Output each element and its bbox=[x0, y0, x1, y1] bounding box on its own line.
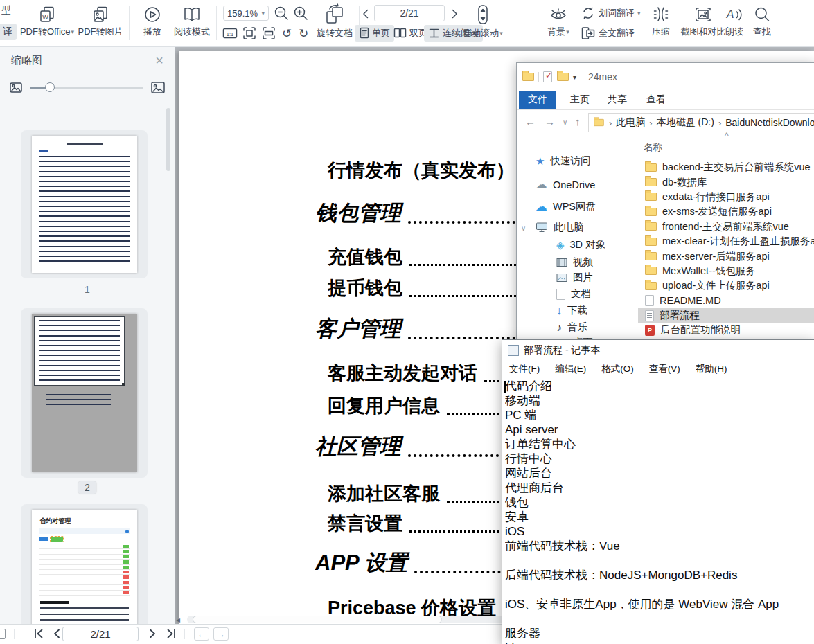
folder-icon bbox=[645, 178, 657, 186]
fit-width-button[interactable] bbox=[260, 25, 277, 42]
menu-edit[interactable]: 编辑(E) bbox=[555, 363, 586, 375]
explorer-titlebar[interactable]: ✓ ▾ 24mex bbox=[517, 63, 814, 91]
sidebar-item-videos[interactable]: 视频 bbox=[556, 256, 593, 269]
file-row[interactable]: upload-文件上传服务api bbox=[638, 278, 814, 293]
menu-format[interactable]: 格式(O) bbox=[601, 363, 634, 375]
rotate-document-button[interactable]: 旋转文档 bbox=[313, 3, 356, 39]
zoom-in-button[interactable] bbox=[292, 5, 309, 21]
thumbnail-size-slider[interactable] bbox=[30, 87, 143, 89]
up-icon[interactable]: ↑ bbox=[575, 116, 581, 127]
compress-button[interactable]: 压缩 bbox=[647, 4, 675, 38]
qat-dropdown-icon[interactable]: ▾ bbox=[573, 73, 576, 81]
zoom-level-select[interactable]: 159.1%▾ bbox=[223, 6, 269, 21]
continuous-read-icon bbox=[428, 28, 440, 39]
history-forward-button[interactable]: → bbox=[213, 627, 229, 641]
tab-file[interactable]: 文件 bbox=[519, 91, 556, 109]
read-mode-button[interactable]: 阅读模式 bbox=[170, 4, 213, 38]
text-caret bbox=[504, 381, 506, 393]
background-button[interactable]: 背景▾ bbox=[540, 4, 576, 38]
clipped-tool-label-selected[interactable]: 译 bbox=[0, 24, 17, 40]
pdf-to-image-button[interactable]: PDF转图片 bbox=[76, 4, 125, 38]
forward-icon[interactable]: → bbox=[545, 116, 555, 127]
page-number-input[interactable]: 2/21 bbox=[374, 5, 445, 21]
file-row-selected[interactable]: 部署流程 bbox=[638, 308, 814, 323]
play-button[interactable]: 播放 bbox=[136, 4, 169, 38]
last-page-button[interactable] bbox=[165, 627, 177, 640]
page-thumbnail-3[interactable]: 合约对管理 bbox=[21, 504, 148, 644]
zoom-out-button[interactable] bbox=[273, 5, 290, 21]
read-aloud-button[interactable]: A 朗读 bbox=[722, 4, 747, 38]
recent-locations-icon[interactable]: ∨ bbox=[563, 118, 567, 126]
full-translate-button[interactable]: 全文翻译 bbox=[581, 25, 635, 42]
next-page-button[interactable] bbox=[449, 6, 460, 22]
star-icon: ★ bbox=[536, 155, 545, 168]
expand-chevron-icon[interactable]: ∨ bbox=[521, 224, 526, 232]
tab-home[interactable]: 主页 bbox=[561, 91, 599, 109]
sidebar-item-documents[interactable]: 文档 bbox=[556, 287, 591, 301]
menu-file[interactable]: 文件(F) bbox=[509, 363, 540, 375]
file-row[interactable]: mex-clear-计划任务止盈止损服务api bbox=[638, 234, 814, 249]
properties-check-icon[interactable]: ✓ bbox=[543, 71, 553, 82]
address-bar[interactable]: › 此电脑 › 本地磁盘 (D:) › BaiduNetdiskDownloa bbox=[588, 113, 814, 132]
search-icon bbox=[753, 4, 771, 25]
file-row[interactable]: backend-主交易后台前端系统vue bbox=[638, 160, 814, 175]
auto-scroll-button[interactable]: 自动滚动▾ bbox=[461, 3, 504, 39]
sidebar-item-wps-drive[interactable]: ☁ WPS网盘 bbox=[536, 199, 596, 214]
menu-view[interactable]: 查看(V) bbox=[649, 363, 680, 375]
first-page-button[interactable] bbox=[32, 627, 44, 640]
statusbar-page-input[interactable]: 2/21 bbox=[62, 627, 139, 641]
actual-size-button[interactable]: 1:1 bbox=[222, 25, 238, 42]
folder-icon bbox=[645, 193, 657, 201]
previous-page-button[interactable] bbox=[51, 627, 62, 640]
history-back-button[interactable]: ← bbox=[194, 627, 209, 641]
breadcrumb-baidunetdisk[interactable]: BaiduNetdiskDownloa bbox=[725, 117, 814, 128]
notepad-text-area[interactable]: 代码介绍 移动端 PC 端 Api server 订单结算中心 行情中心 网站后… bbox=[505, 379, 814, 644]
sidebar-item-pictures[interactable]: 图片 bbox=[556, 271, 593, 284]
file-row[interactable]: README.MD bbox=[638, 294, 814, 308]
compress-icon bbox=[652, 4, 670, 25]
sort-ascending-icon[interactable]: ^ bbox=[725, 131, 729, 141]
rotate-left-icon[interactable]: ↺ bbox=[278, 25, 295, 42]
sidebar-item-downloads[interactable]: ↓ 下载 bbox=[556, 304, 587, 317]
scroll-left-arrow-icon[interactable]: ◂ bbox=[176, 615, 180, 625]
sidebar-scrollbar-thumb[interactable] bbox=[166, 108, 170, 171]
fit-page-button[interactable] bbox=[241, 25, 258, 42]
current-view-rectangle[interactable] bbox=[34, 316, 125, 386]
sidebar-item-quick-access[interactable]: ★ 快速访问 bbox=[536, 154, 590, 168]
menu-help[interactable]: 帮助(H) bbox=[696, 363, 727, 375]
find-button[interactable]: 查找 bbox=[750, 4, 775, 38]
page-thumbnail-1[interactable] bbox=[21, 130, 148, 278]
sidebar-item-music[interactable]: ♪ 音乐 bbox=[556, 321, 587, 334]
screenshot-compare-button[interactable]: 截图和对比 bbox=[679, 4, 727, 38]
breadcrumb-drive-d[interactable]: 本地磁盘 (D:) bbox=[657, 116, 714, 129]
file-row[interactable]: exdata-行情接口服务api bbox=[638, 190, 814, 204]
notepad-titlebar[interactable]: 部署流程 - 记事本 bbox=[502, 340, 814, 361]
file-row[interactable]: MexWallet--钱包服务 bbox=[638, 264, 814, 278]
tab-share[interactable]: 共享 bbox=[599, 91, 636, 109]
file-row[interactable]: mex-server-后端服务api bbox=[638, 249, 814, 263]
back-icon[interactable]: ← bbox=[525, 116, 536, 127]
new-folder-icon[interactable] bbox=[557, 73, 569, 81]
slider-knob[interactable] bbox=[45, 82, 55, 92]
sidebar-item-this-pc[interactable]: 此电脑 bbox=[536, 221, 584, 234]
previous-page-button[interactable] bbox=[360, 6, 371, 22]
sidebar-item-onedrive[interactable]: ☁ OneDrive bbox=[536, 177, 595, 192]
page-thumbnail-2-current[interactable] bbox=[21, 308, 148, 478]
file-row[interactable]: ex-sms-发送短信服务api bbox=[638, 204, 814, 219]
breadcrumb-this-pc[interactable]: 此电脑 bbox=[616, 116, 645, 129]
single-page-button[interactable]: 单页 bbox=[355, 25, 394, 42]
horizontal-scrollbar-thumb[interactable] bbox=[193, 616, 442, 623]
file-row[interactable]: P后台配置功能说明 bbox=[638, 323, 814, 337]
video-icon bbox=[556, 258, 567, 267]
tab-view[interactable]: 查看 bbox=[637, 91, 675, 109]
file-row[interactable]: frontend-主交易前端系统vue bbox=[638, 220, 814, 234]
pdf-to-office-button[interactable]: W PDF转Office▾ bbox=[19, 4, 75, 38]
rotate-right-icon[interactable]: ↻ bbox=[295, 25, 312, 42]
column-header-name[interactable]: 名称 bbox=[644, 141, 662, 154]
word-translate-button[interactable]: 划词翻译▾ bbox=[581, 5, 641, 21]
next-page-button[interactable] bbox=[147, 627, 158, 640]
close-icon[interactable]: × bbox=[155, 53, 163, 69]
sidebar-item-3d-objects[interactable]: ◈ 3D 对象 bbox=[556, 238, 605, 251]
clipped-tool-label[interactable]: 型 bbox=[1, 4, 11, 17]
file-row[interactable]: db-数据库 bbox=[638, 175, 814, 189]
